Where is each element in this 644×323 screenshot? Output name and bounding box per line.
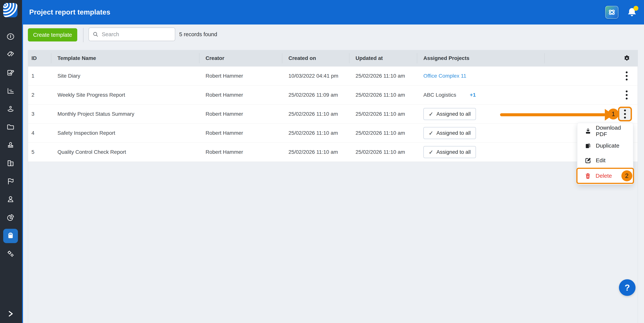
assigned-to-all-chip[interactable]: ✓Assigned to all — [423, 146, 476, 158]
assigned-project-link[interactable]: Office Complex 11 — [423, 73, 466, 79]
cell-template-name: Safety Inspection Report — [51, 130, 199, 136]
page-header: Project report templates — [22, 0, 644, 24]
sidebar — [0, 0, 23, 323]
annotation-kebab-highlight — [618, 107, 632, 121]
ai-assistant-button[interactable] — [605, 6, 618, 19]
column-settings-button[interactable] — [544, 50, 638, 66]
search-input[interactable] — [101, 31, 175, 38]
cell-id: 1 — [28, 73, 51, 79]
cell-updated-at: 25/02/2026 11:10 am — [349, 73, 417, 79]
search-box[interactable] — [88, 28, 175, 41]
duplicate-icon — [585, 142, 591, 149]
cell-assigned-projects: ABC Logistics+1 — [417, 92, 544, 98]
cell-created-on: 25/02/2026 11:10 am — [282, 149, 349, 155]
stamp-icon — [6, 141, 15, 150]
cell-template-name: Site Diary — [51, 73, 199, 79]
column-header-id[interactable]: ID — [28, 50, 51, 66]
buildings-icon — [6, 159, 15, 168]
cell-updated-at: 25/02/2026 11:10 am — [349, 92, 417, 98]
sidebar-item-stamp[interactable] — [0, 136, 21, 154]
pie-chart-icon — [6, 213, 15, 222]
sidebar-item-projects[interactable] — [0, 118, 21, 136]
more-projects-link[interactable]: +1 — [470, 92, 476, 98]
sidebar-item-flags[interactable] — [0, 172, 21, 191]
column-header-creator[interactable]: Creator — [199, 50, 282, 66]
row-actions-kebab-button[interactable] — [622, 70, 632, 82]
assigned-to-all-chip[interactable]: ✓Assigned to all — [423, 108, 476, 120]
cell-created-on: 10/03/2022 04:41 pm — [282, 73, 349, 79]
sidebar-item-statistics[interactable] — [0, 82, 21, 100]
help-button[interactable]: ? — [619, 279, 636, 296]
toolbar-divider — [83, 28, 84, 42]
sidebar-item-locator[interactable] — [0, 100, 21, 118]
column-header-created-on[interactable]: Created on — [282, 50, 349, 66]
cell-updated-at: 25/02/2026 11:10 am — [349, 149, 417, 155]
table-row[interactable]: 1 Site Diary Robert Hammer 10/03/2022 04… — [28, 66, 638, 86]
trash-icon — [585, 172, 591, 179]
sidebar-item-contacts[interactable] — [0, 191, 21, 209]
menu-item-label: Download PDF — [596, 124, 633, 138]
sidebar-expand-button[interactable] — [0, 307, 21, 320]
gear-icon — [623, 55, 630, 62]
cell-assigned-projects: ✓Assigned to all — [417, 146, 544, 158]
menu-item-label: Edit — [596, 157, 606, 164]
cell-created-on: 25/02/2026 11:10 am — [282, 130, 349, 136]
cell-creator: Robert Hammer — [199, 73, 282, 79]
table-row[interactable]: 4 Safety Inspection Report Robert Hammer… — [28, 124, 638, 143]
cell-assigned-projects: Office Complex 11 — [417, 73, 544, 79]
cell-updated-at: 25/02/2026 11:10 am — [349, 130, 417, 136]
assigned-to-all-chip[interactable]: ✓Assigned to all — [423, 127, 476, 139]
assigned-project-name: ABC Logistics — [423, 92, 456, 98]
table-row[interactable]: 3 Monthly Project Status Summary Robert … — [28, 104, 638, 124]
templates-table: ID Template Name Creator Created on Upda… — [28, 50, 638, 323]
notifications-button[interactable] — [627, 6, 637, 18]
folder-icon — [6, 123, 15, 132]
tags-icon — [6, 50, 15, 60]
sidebar-item-settings[interactable] — [0, 245, 21, 263]
sidebar-nav — [0, 28, 21, 263]
cell-created-on: 25/02/2026 11:10 am — [282, 111, 349, 117]
table-row[interactable]: 5 Quality Control Check Report Robert Ha… — [28, 143, 638, 162]
menu-item-delete[interactable]: Delete 2 — [576, 168, 634, 184]
cell-updated-at: 25/02/2026 11:10 am — [349, 111, 417, 117]
cell-creator: Robert Hammer — [199, 130, 282, 136]
table-row[interactable]: 2 Weekly Site Progress Report Robert Ham… — [28, 86, 638, 104]
menu-item-duplicate[interactable]: Duplicate — [577, 138, 633, 153]
sidebar-item-report-templates[interactable] — [0, 227, 21, 245]
row-actions-kebab-button[interactable] — [620, 108, 630, 120]
edit-icon — [585, 157, 591, 164]
notification-dot — [634, 6, 638, 11]
planradar-logo-icon[interactable] — [3, 3, 18, 17]
cell-creator: Robert Hammer — [199, 111, 282, 117]
sidebar-item-tags[interactable] — [0, 46, 21, 64]
cell-id: 3 — [28, 111, 51, 117]
chip-label: Assigned to all — [436, 111, 471, 117]
annotation-step-2-badge: 2 — [622, 170, 632, 181]
row-actions-kebab-button[interactable] — [622, 89, 632, 101]
cell-creator: Robert Hammer — [199, 92, 282, 98]
cell-template-name: Quality Control Check Report — [51, 149, 199, 155]
chip-label: Assigned to all — [436, 149, 471, 155]
column-header-template-name[interactable]: Template Name — [51, 50, 199, 66]
menu-item-label: Duplicate — [596, 142, 619, 149]
create-template-button[interactable]: Create template — [28, 28, 77, 42]
chip-label: Assigned to all — [436, 130, 471, 136]
download-icon — [585, 128, 591, 134]
sidebar-item-dashboard[interactable] — [0, 28, 21, 46]
annotation-arrow — [500, 113, 606, 116]
column-header-assigned-projects[interactable]: Assigned Projects — [417, 50, 544, 66]
table-header-row: ID Template Name Creator Created on Upda… — [28, 50, 638, 66]
sidebar-item-forms[interactable] — [0, 64, 21, 82]
row-actions-context-menu: Download PDF Duplicate Edit Delete 2 — [577, 123, 633, 185]
column-header-updated-at[interactable]: Updated at — [349, 50, 417, 66]
cell-id: 5 — [28, 149, 51, 155]
sidebar-item-company[interactable] — [0, 154, 21, 172]
menu-item-download-pdf[interactable]: Download PDF — [577, 124, 633, 138]
annotation-step-1-badge: 1 — [608, 108, 619, 120]
sidebar-item-reports[interactable] — [0, 209, 21, 227]
cell-created-on: 25/02/2026 11:09 am — [282, 92, 349, 98]
clipboard-icon — [6, 231, 15, 241]
menu-item-edit[interactable]: Edit — [577, 153, 633, 168]
cell-id: 4 — [28, 130, 51, 136]
check-icon: ✓ — [429, 149, 433, 156]
